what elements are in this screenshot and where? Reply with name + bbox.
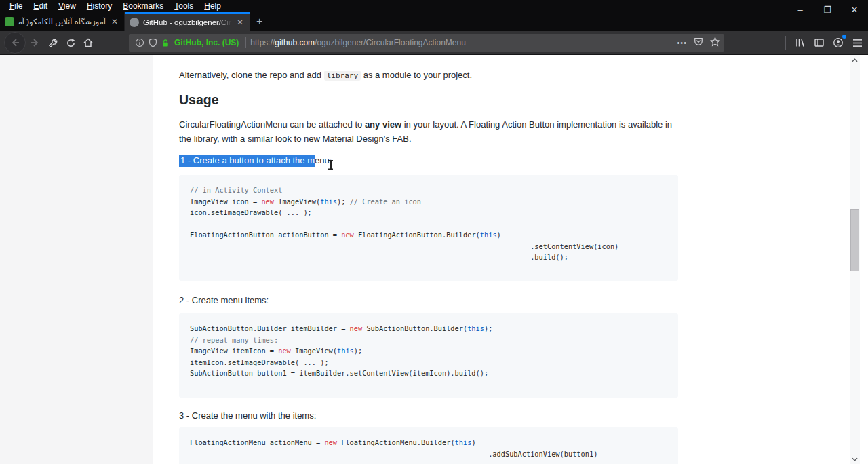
code-block-1[interactable]: // in Activity ContextImageView icon = n…	[179, 175, 678, 281]
tab-close-icon[interactable]: ✕	[235, 18, 245, 27]
code-line: .build();	[190, 252, 667, 263]
menu-item-tools[interactable]: Tools	[169, 1, 199, 12]
menu-item-file[interactable]: File	[4, 1, 28, 12]
code-block-2[interactable]: SubActionButton.Builder itemBuilder = ne…	[179, 313, 678, 398]
code-line: SubActionButton button1 = itemBuilder.se…	[190, 368, 667, 379]
code-line: ImageView icon = new ImageView(this); //…	[190, 196, 667, 208]
code-line: .addSubActionView(button1)	[190, 448, 667, 460]
menu-item-view[interactable]: View	[53, 1, 81, 12]
step2-label: 2 - Create menu items:	[179, 293, 678, 307]
inline-code: library	[324, 71, 361, 81]
code-line: FloatingActionMenu actionMenu = new Floa…	[190, 437, 667, 448]
code-line: itemIcon.setImageDrawable( ... );	[190, 357, 667, 368]
step1-label: 1 - Create a button to attach the menu:	[179, 153, 678, 168]
tab-close-icon[interactable]: ✕	[110, 17, 119, 26]
page-margin-line	[153, 55, 153, 464]
wrench-icon[interactable]	[43, 33, 62, 52]
scroll-down-icon[interactable]	[850, 454, 860, 464]
identity-separator	[245, 37, 246, 48]
menu-item-bookmarks[interactable]: Bookmarks	[117, 1, 169, 12]
url-text[interactable]: https://github.com/oguzbilgener/Circular…	[250, 38, 671, 47]
text-cursor-ibeam	[328, 160, 334, 171]
ssl-lock-icon[interactable]	[161, 39, 170, 47]
notification-dot	[842, 35, 846, 39]
usage-heading: Usage	[179, 92, 678, 108]
menu-item-edit[interactable]: Edit	[28, 1, 53, 12]
bookmark-star-icon[interactable]	[710, 37, 720, 50]
site-identity-label[interactable]: GitHub, Inc. (US)	[174, 38, 239, 47]
page-scrollbar[interactable]	[850, 55, 860, 464]
pocket-icon[interactable]	[694, 37, 703, 49]
code-block-3[interactable]: FloatingActionMenu actionMenu = new Floa…	[179, 427, 678, 464]
toolbar-separator	[785, 36, 786, 50]
browser-window: FileEditViewHistoryBookmarksToolsHelp – …	[0, 0, 868, 464]
page-left-margin	[0, 55, 153, 464]
code-line: // in Activity Context	[190, 185, 667, 196]
menu-bar: FileEditViewHistoryBookmarksToolsHelp	[0, 0, 868, 12]
minimize-button[interactable]: –	[787, 0, 814, 19]
tab-elkamco[interactable]: آموزشگاه آنلاین الکامکو( آموزش ✕	[0, 12, 125, 31]
selected-text: 1 - Create a button to attach the m	[179, 155, 315, 167]
github-favicon-icon	[130, 18, 139, 27]
library-icon[interactable]	[791, 33, 810, 52]
home-icon[interactable]	[79, 33, 98, 52]
code-line: icon.setImageDrawable( ... );	[190, 207, 667, 218]
sidebar-toggle-icon[interactable]	[810, 33, 829, 52]
intro-paragraph: Alternatively, clone the repo and add li…	[179, 68, 678, 83]
usage-paragraph: CircularFloatingActionMenu can be attach…	[179, 117, 678, 146]
tab-github[interactable]: GitHub - oguzbilgener/Circular ✕	[125, 12, 250, 31]
new-tab-button[interactable]: +	[250, 12, 269, 31]
navigation-toolbar: GitHub, Inc. (US) https://github.com/ogu…	[0, 31, 868, 55]
forward-icon[interactable]	[26, 33, 45, 52]
window-controls: – ❐ ✕	[787, 0, 868, 19]
hamburger-menu-icon[interactable]	[848, 33, 867, 52]
code-line: .setContentView(icon)	[190, 241, 667, 252]
code-line: SubActionButton.Builder itemBuilder = ne…	[190, 323, 667, 334]
code-line: ImageView itemIcon = new ImageView(this)…	[190, 345, 667, 357]
page-viewport: Alternatively, clone the repo and add li…	[0, 55, 868, 464]
page-actions-icon[interactable]: •••	[677, 39, 687, 47]
code-line: FloatingActionButton actionButton = new …	[190, 229, 667, 241]
tab-title: آموزشگاه آنلاین الکامکو( آموزش	[18, 17, 106, 26]
close-button[interactable]: ✕	[841, 0, 868, 19]
account-icon[interactable]	[829, 33, 848, 52]
tracking-shield-icon[interactable]	[149, 38, 157, 47]
tab-bar: آموزشگاه آنلاین الکامکو( آموزش ✕ GitHub …	[0, 12, 868, 31]
tab-title: GitHub - oguzbilgener/Circular	[143, 18, 231, 26]
page-info-icon[interactable]	[135, 38, 144, 47]
scrollbar-thumb[interactable]	[850, 209, 859, 271]
restore-button[interactable]: ❐	[814, 0, 841, 19]
code-line: // repeat many times:	[190, 334, 667, 346]
url-bar[interactable]: GitHub, Inc. (US) https://github.com/ogu…	[129, 34, 724, 52]
menu-item-help[interactable]: Help	[199, 1, 226, 12]
site-favicon-icon	[5, 17, 14, 26]
step3-label: 3 - Create the menu with the items:	[179, 408, 678, 423]
scroll-up-icon[interactable]	[850, 55, 860, 65]
menu-item-history[interactable]: History	[81, 1, 117, 12]
code-line	[190, 218, 667, 230]
refresh-icon[interactable]	[61, 33, 80, 52]
back-icon[interactable]	[5, 33, 24, 52]
